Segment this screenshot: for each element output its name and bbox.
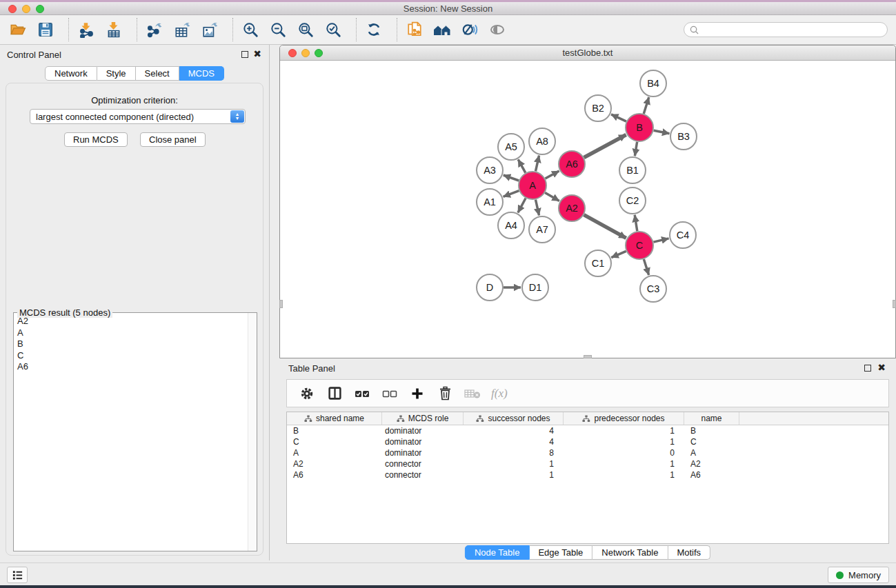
table-row-a6[interactable]: A6connector11A6 [287,469,888,480]
run-mcds-button[interactable]: Run MCDS [64,132,128,147]
cell[interactable]: A2 [684,459,739,469]
new-network-from-selection-button[interactable] [404,18,426,41]
cell[interactable]: 1 [564,426,684,436]
cell[interactable]: connector [382,470,464,480]
node-A8[interactable]: A8 [529,128,555,154]
result-item-a6[interactable]: A6 [14,361,248,373]
criterion-dropdown[interactable]: largest connected component (directed) ▲… [30,109,246,124]
close-table-panel-icon[interactable]: ✖ [877,362,886,373]
node-A[interactable]: A [519,172,546,199]
node-A7[interactable]: A7 [529,216,555,243]
float-table-panel-icon[interactable] [864,365,871,372]
tab-edge-table[interactable]: Edge Table [529,545,593,560]
edge-C-C1[interactable] [611,251,626,257]
network-window-titlebar[interactable]: testGlobe.txt [280,45,895,61]
cell[interactable]: 1 [564,459,684,469]
edge-B-B3[interactable] [654,130,670,134]
close-traffic-light[interactable] [8,5,17,13]
node-D1[interactable]: D1 [522,274,548,301]
tab-motifs[interactable]: Motifs [668,545,710,560]
export-image-button[interactable] [199,18,221,41]
cell[interactable]: 1 [464,470,564,480]
import-table-button[interactable] [103,18,125,41]
table-settings-button[interactable] [295,383,319,404]
column-header-successor-nodes[interactable]: successor nodes [464,412,564,425]
result-item-c[interactable]: C [14,350,248,362]
edge-B-B1[interactable] [635,142,637,156]
minimize-network-light[interactable] [301,49,310,57]
cell[interactable]: connector [382,459,464,469]
node-B[interactable]: B [626,114,653,141]
zoom-in-button[interactable] [239,18,261,41]
delete-column-button[interactable] [433,383,457,404]
cell[interactable]: A [287,448,382,458]
close-network-light[interactable] [288,49,297,57]
cell[interactable]: dominator [382,437,464,447]
cell[interactable]: C [287,437,382,447]
cell[interactable]: 1 [564,437,684,447]
column-header-shared-name[interactable]: shared name [287,412,382,425]
node-C[interactable]: C [626,232,653,259]
edge-A-A2[interactable] [545,193,559,201]
column-header-MCDS-role[interactable]: MCDS role [382,412,464,425]
node-D[interactable]: D [477,274,503,301]
zoom-selected-button[interactable] [322,18,344,41]
cell[interactable]: 1 [464,459,564,469]
edge-A-A6[interactable] [545,171,559,179]
node-A6[interactable]: A6 [559,151,585,177]
cell[interactable]: dominator [382,426,464,436]
refresh-button[interactable] [363,18,385,41]
result-item-a[interactable]: A [14,327,248,339]
edge-A6-B[interactable] [584,134,626,157]
function-builder-button[interactable]: f(x) [491,387,508,401]
import-network-button[interactable] [75,18,97,41]
node-B1[interactable]: B1 [619,157,646,183]
cell[interactable]: C [684,437,739,447]
cell[interactable]: 1 [564,470,684,480]
network-graph[interactable]: B4B2BB3A8A5A6A3B1AA1C2A2A4A7C4CC1DD1C3 [280,61,895,358]
node-C4[interactable]: C4 [670,222,696,248]
edge-A-A1[interactable] [504,191,519,197]
zoom-traffic-light[interactable] [36,5,44,13]
delete-table-button[interactable] [461,383,484,404]
save-session-button[interactable] [34,18,57,41]
vizmapper-button[interactable] [459,18,481,41]
node-C1[interactable]: C1 [585,250,611,276]
edge-B-B4[interactable] [644,97,648,114]
export-network-button[interactable] [143,18,166,41]
table-row-b[interactable]: Bdominator41B [287,425,888,436]
cell[interactable]: 4 [464,426,564,436]
resize-grip-left[interactable] [279,300,283,308]
cell[interactable]: 0 [564,448,684,458]
node-B4[interactable]: B4 [640,70,666,97]
open-session-button[interactable] [7,18,29,41]
cell[interactable]: B [287,426,382,436]
edge-A-A8[interactable] [535,156,539,172]
zoom-network-light[interactable] [315,49,323,57]
edge-A-A4[interactable] [518,199,526,213]
memory-button[interactable]: Memory [828,567,889,583]
node-C2[interactable]: C2 [619,187,646,214]
edge-A-A7[interactable] [535,200,539,216]
cell[interactable]: A2 [287,459,382,469]
zoom-out-button[interactable] [267,18,289,41]
cell[interactable]: A6 [287,470,382,480]
edge-C-C4[interactable] [653,239,668,242]
edge-A-A5[interactable] [518,159,526,172]
cell[interactable]: dominator [382,448,464,458]
search-input[interactable] [702,25,882,34]
table-row-c[interactable]: Cdominator41C [287,436,888,447]
select-all-columns-button[interactable] [350,383,374,404]
column-header-name[interactable]: name [684,412,739,425]
tab-node-table[interactable]: Node Table [465,545,530,560]
tab-style[interactable]: Style [97,66,136,81]
node-B3[interactable]: B3 [670,123,697,150]
cell[interactable]: A [684,448,739,458]
tab-network-table[interactable]: Network Table [593,545,668,560]
node-A4[interactable]: A4 [498,212,524,239]
node-A3[interactable]: A3 [477,157,503,183]
cell[interactable]: A6 [684,470,739,480]
cell[interactable]: 4 [464,437,564,447]
cell[interactable]: 8 [464,448,564,458]
deselect-all-columns-button[interactable] [378,383,401,404]
